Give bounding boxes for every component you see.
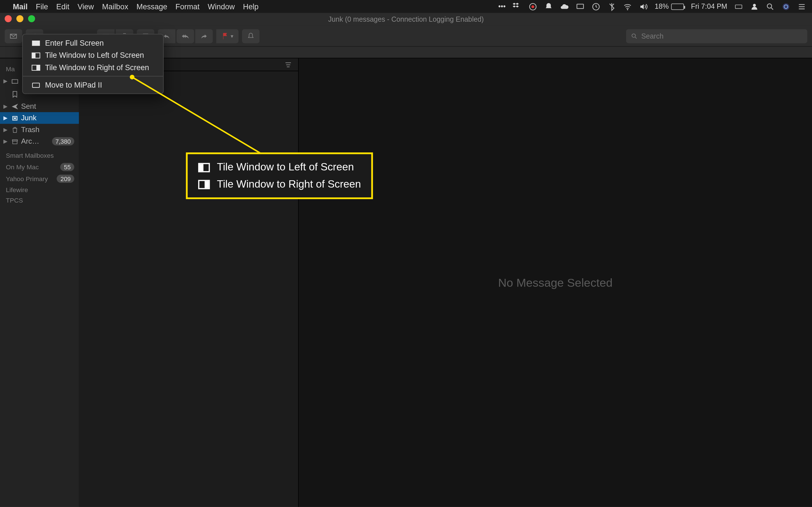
user-icon[interactable]	[750, 2, 759, 11]
callout-row-left: Tile Window to Left of Screen	[198, 159, 361, 176]
get-mail-button[interactable]	[5, 29, 22, 43]
sidebar-item-junk[interactable]: ▶Junk	[0, 112, 79, 124]
sidebar-section-onmymac[interactable]: On My Mac55	[0, 161, 79, 173]
tile-left-icon	[198, 163, 210, 172]
no-message-label: No Message Selected	[498, 276, 613, 290]
battery-percent: 18%	[655, 2, 669, 10]
menu-window[interactable]: Window	[208, 2, 235, 11]
message-list-pane	[79, 58, 299, 507]
search-placeholder: Search	[642, 32, 664, 40]
menubar: Mail File Edit View Mailbox Message Form…	[0, 0, 812, 13]
svg-rect-21	[36, 65, 40, 70]
menu-format[interactable]: Format	[175, 2, 199, 11]
spotlight-icon[interactable]	[766, 2, 774, 11]
menu-file[interactable]: File	[36, 2, 48, 11]
sidebar-section-yahoo[interactable]: Yahoo Primary209	[0, 173, 79, 184]
svg-point-8	[783, 3, 789, 10]
cloud-icon[interactable]	[560, 2, 569, 11]
svg-point-7	[767, 3, 772, 8]
svg-rect-19	[32, 53, 35, 58]
annotation-dot	[130, 75, 135, 79]
svg-rect-16	[12, 141, 17, 144]
svg-rect-5	[735, 4, 742, 8]
sidebar-item-archive[interactable]: ▶Arc…7,380	[0, 135, 79, 147]
menu-mailbox[interactable]: Mailbox	[102, 2, 128, 11]
svg-rect-17	[32, 40, 40, 46]
svg-rect-22	[32, 83, 39, 87]
search-field[interactable]: Search	[626, 29, 808, 43]
sidebar-item-label: TPCS	[6, 197, 23, 204]
battery-icon	[671, 3, 684, 10]
badge: 209	[57, 175, 74, 183]
svg-point-1	[531, 5, 534, 8]
notification-bell-icon[interactable]	[544, 2, 553, 11]
sidebar-section-smart: Smart Mailboxes	[0, 147, 79, 161]
badge: 7,380	[52, 137, 74, 145]
menu-view[interactable]: View	[78, 2, 94, 11]
tile-right-icon	[31, 64, 40, 71]
menu-separator	[23, 76, 163, 76]
bluetooth-icon[interactable]	[607, 2, 616, 11]
menu-tile-right[interactable]: Tile Window to Right of Screen	[23, 61, 163, 74]
siri-icon[interactable]	[781, 2, 790, 11]
window-tile-menu: Enter Full Screen Tile Window to Left of…	[22, 34, 164, 94]
sidebar-item-label: Sent	[21, 102, 36, 110]
sidebar-item-label: On My Mac	[6, 164, 39, 171]
menu-item-label: Tile Window to Left of Screen	[45, 51, 144, 59]
close-button[interactable]	[5, 15, 12, 22]
callout-label: Tile Window to Left of Screen	[217, 161, 354, 173]
menu-help[interactable]: Help	[243, 2, 259, 11]
svg-point-6	[753, 3, 756, 6]
sidebar-item-label: Trash	[21, 126, 40, 134]
menu-tile-left[interactable]: Tile Window to Left of Screen	[23, 49, 163, 61]
annotation-callout: Tile Window to Left of Screen Tile Windo…	[186, 152, 373, 199]
menuextra-dots-icon[interactable]: •••	[498, 2, 506, 10]
callout-label: Tile Window to Right of Screen	[217, 178, 361, 190]
svg-point-13	[632, 34, 635, 37]
menu-item-label: Move to MiPad II	[45, 80, 102, 89]
badge: 55	[60, 163, 74, 171]
menu-edit[interactable]: Edit	[56, 2, 69, 11]
keyboard-icon[interactable]	[734, 2, 743, 11]
window-titlebar: Junk (0 messages - Connection Logging En…	[0, 13, 812, 26]
timemachine-icon[interactable]	[592, 2, 600, 11]
flag-button[interactable]: ▾	[216, 29, 239, 43]
menu-message[interactable]: Message	[137, 2, 167, 11]
forward-button[interactable]	[195, 29, 213, 43]
sidebar-section-lifewire[interactable]: Lifewire	[0, 184, 79, 195]
menu-item-label: Enter Full Screen	[45, 39, 104, 47]
wifi-icon[interactable]	[623, 2, 632, 11]
reply-all-button[interactable]	[176, 29, 194, 43]
message-preview-pane: No Message Selected	[299, 58, 812, 507]
sidebar-section-tpcs[interactable]: TPCS	[0, 195, 79, 206]
battery-status[interactable]: 18%	[655, 2, 684, 10]
sidebar-item-sent[interactable]: ▶Sent	[0, 101, 79, 112]
menu-enter-fullscreen[interactable]: Enter Full Screen	[23, 37, 163, 49]
window-title: Junk (0 messages - Connection Logging En…	[328, 15, 484, 23]
menu-move-to-device[interactable]: Move to MiPad II	[23, 79, 163, 91]
fullscreen-button[interactable]	[28, 15, 35, 22]
volume-icon[interactable]	[639, 2, 648, 11]
minimize-button[interactable]	[16, 15, 23, 22]
sort-icon	[284, 61, 292, 69]
sidebar-item-label: Lifewire	[6, 186, 28, 193]
menu-item-label: Tile Window to Right of Screen	[45, 63, 149, 72]
clock[interactable]: Fri 7:04 PM	[691, 2, 727, 10]
dropbox-icon[interactable]	[513, 2, 521, 11]
svg-point-4	[627, 9, 628, 10]
sidebar-item-trash[interactable]: ▶Trash	[0, 124, 79, 135]
mute-button[interactable]	[242, 29, 259, 43]
sidebar-item-label: Junk	[21, 114, 37, 122]
sidebar-item-label: Yahoo Primary	[6, 175, 48, 182]
search-icon	[631, 33, 638, 40]
tile-right-icon	[198, 180, 210, 189]
tile-left-icon	[31, 52, 40, 59]
mailbox-sidebar: Ma ▶ ▶Sent ▶Junk ▶Trash ▶Arc…7,380 Smart…	[0, 58, 79, 507]
fullscreen-rect-icon	[31, 40, 40, 47]
app-name[interactable]: Mail	[13, 2, 28, 11]
control-center-icon[interactable]	[797, 2, 806, 11]
record-icon[interactable]	[528, 2, 537, 11]
svg-rect-2	[577, 4, 583, 8]
screen-mirror-icon[interactable]	[576, 2, 585, 11]
callout-row-right: Tile Window to Right of Screen	[198, 176, 361, 193]
